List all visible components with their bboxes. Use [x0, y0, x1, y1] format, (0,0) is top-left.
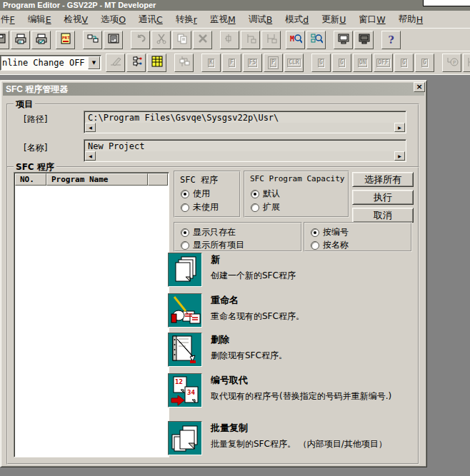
toolbar-main: W PRT M ?: [0, 28, 470, 51]
action-delete[interactable]: 删除 删除现有SFC程序。: [168, 333, 416, 367]
save-button[interactable]: [0, 31, 9, 49]
menu-debug[interactable]: 调试B: [242, 11, 279, 28]
project-read-button[interactable]: [83, 31, 102, 49]
symbol-p-button[interactable]: P: [264, 54, 283, 72]
menu-monitor[interactable]: 监视M: [204, 11, 242, 28]
scroll-left-icon[interactable]: ◀: [85, 123, 96, 132]
radio-icon[interactable]: [311, 228, 319, 237]
menu-file[interactable]: 件F: [0, 11, 21, 28]
program-list-body[interactable]: [15, 186, 168, 456]
action-new[interactable]: 新 创建一个新的SFC程序: [168, 253, 416, 287]
online-change-value: nline Change OFF: [1, 58, 88, 68]
project-browse-button[interactable]: [104, 31, 123, 49]
copy-button[interactable]: [172, 31, 191, 49]
radio-extended[interactable]: 扩展: [251, 201, 280, 213]
renumber-icon[interactable]: 1234: [168, 373, 202, 407]
radio-show-all[interactable]: 显示所有项目: [181, 239, 244, 251]
scroll-left-icon[interactable]: ◀: [85, 151, 96, 161]
path-scrollbar[interactable]: ◀ ▶: [85, 123, 405, 132]
execute-button[interactable]: 执行: [352, 190, 414, 205]
sfc-diagram-button[interactable]: [126, 54, 146, 72]
sfc-merge-button[interactable]: [261, 31, 281, 49]
print-setup-button[interactable]: W: [11, 31, 30, 49]
svg-text:PRT: PRT: [62, 35, 70, 40]
jump-p-button[interactable]: P: [442, 54, 461, 72]
zoom-list-button[interactable]: [147, 54, 166, 72]
edit-pen-button[interactable]: [106, 54, 125, 72]
radio-by-number[interactable]: 按编号: [311, 226, 349, 238]
step-g4-button[interactable]: G: [415, 54, 434, 72]
column-program-name[interactable]: Program Name: [46, 173, 148, 186]
menu-view[interactable]: 检视V: [58, 11, 95, 28]
radio-icon[interactable]: [251, 190, 259, 198]
menu-update[interactable]: 更新U: [315, 11, 352, 28]
radio-icon[interactable]: [181, 228, 189, 237]
undo-button[interactable]: [131, 31, 150, 49]
menu-window[interactable]: 窗口W: [352, 11, 391, 28]
name-value: New Project: [84, 140, 406, 152]
column-no[interactable]: NO.: [15, 173, 46, 186]
radio-default[interactable]: 默认: [251, 188, 280, 200]
action-renumber[interactable]: 1234 编号取代 取代现有的程序号(替换指定的号码并重新编号.): [168, 373, 416, 407]
sfc-block-window-button[interactable]: [174, 54, 194, 72]
action-rename[interactable]: 重命名 重命名现有的SFC程序。: [168, 293, 416, 328]
select-all-button[interactable]: 选择所有: [352, 172, 414, 187]
monitor-mode-button[interactable]: [334, 31, 353, 49]
action-title: 编号取代: [211, 374, 411, 387]
help-button[interactable]: ?: [381, 31, 401, 49]
radio-show-existing[interactable]: 显示只存在: [181, 226, 236, 238]
radio-by-name[interactable]: 按名称: [311, 239, 349, 251]
action-batch-copy[interactable]: 批量复制 批量复制的SFC程序。 （内部项目/其他项目）: [168, 421, 416, 455]
undo-icon: [134, 33, 147, 47]
rename-icon[interactable]: [168, 293, 202, 328]
label-p-button[interactable]: P: [463, 54, 470, 72]
menu-mode[interactable]: 模式d: [279, 11, 315, 28]
coil-off-button[interactable]: OFF: [374, 54, 393, 72]
print-list-button[interactable]: PRT: [56, 31, 75, 49]
symbol-k-button[interactable]: K: [201, 54, 221, 72]
delete-button[interactable]: [193, 31, 212, 49]
menu-communication[interactable]: 通讯C: [132, 11, 169, 28]
symbol-clr-button[interactable]: CLR: [284, 54, 304, 72]
menu-edit[interactable]: 编辑E: [21, 11, 58, 28]
print-button[interactable]: [31, 31, 51, 49]
name-field[interactable]: New Project ◀ ▶: [84, 139, 406, 162]
coil-on-button[interactable]: ON: [353, 54, 372, 72]
symbol-fs-button[interactable]: FS: [243, 54, 262, 72]
copy-icon: [176, 33, 189, 47]
chevron-down-icon[interactable]: ▼: [88, 56, 100, 69]
window-title: Program Editor - GSV22P - MT Developer: [3, 1, 156, 9]
find-block-button[interactable]: [306, 31, 326, 49]
sfc-step-insert-button[interactable]: [220, 31, 239, 49]
program-list[interactable]: NO. Program Name: [14, 172, 169, 457]
scroll-right-icon[interactable]: ▶: [394, 123, 405, 132]
step-g2-button[interactable]: G: [332, 54, 351, 72]
radio-icon[interactable]: [181, 241, 189, 250]
monitor-window-button[interactable]: [354, 31, 374, 49]
scroll-right-icon[interactable]: ▶: [394, 151, 405, 161]
radio-icon[interactable]: [311, 241, 319, 250]
symbol-f-button[interactable]: F: [222, 54, 241, 72]
sfc-branch-button[interactable]: [241, 31, 260, 49]
radio-icon[interactable]: [251, 203, 259, 212]
radio-icon[interactable]: [181, 203, 189, 212]
cancel-button[interactable]: 取消: [352, 208, 414, 223]
radio-unuse[interactable]: 未使用: [181, 201, 219, 213]
new-program-icon[interactable]: [168, 253, 202, 287]
menu-help[interactable]: 帮助H: [392, 11, 429, 28]
find-device-button[interactable]: M: [286, 31, 305, 49]
radio-use[interactable]: 使用: [181, 188, 210, 200]
step-g3-button[interactable]: G: [394, 54, 414, 72]
menu-options[interactable]: 选项O: [94, 11, 132, 28]
cut-button[interactable]: [151, 31, 171, 49]
step-g1-button[interactable]: G: [311, 54, 331, 72]
off-icon: OFF: [376, 59, 389, 67]
radio-icon[interactable]: [181, 190, 189, 198]
menu-convert[interactable]: 转换r: [169, 11, 204, 28]
online-change-combo[interactable]: nline Change OFF ▼: [0, 55, 101, 71]
name-scrollbar[interactable]: ◀ ▶: [85, 151, 405, 161]
delete-program-icon[interactable]: [168, 333, 202, 367]
path-field[interactable]: C:\Program Files\Gsvqe\Sysgsv22p\Usr\ ◀ …: [84, 111, 406, 133]
batch-copy-icon[interactable]: [168, 421, 202, 455]
close-icon[interactable]: ×: [414, 82, 425, 92]
